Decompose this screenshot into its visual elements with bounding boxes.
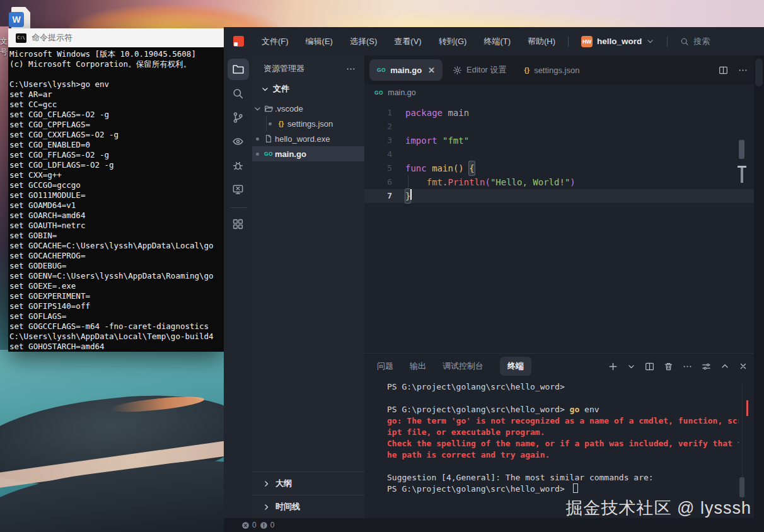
menu-帮助[interactable]: 帮助(H) [528,36,555,47]
terminal-line: PS G:\project\golang\src\hello_word> go … [387,404,739,415]
split-terminal-icon[interactable] [645,362,654,371]
menu-文件[interactable]: 文件(F) [262,36,289,47]
code-line-6[interactable]: 6 fmt.Println("Hello, World!") [364,175,764,189]
desktop: W 文 号 C:\ 命令提示符 Microsoft Windows [版本 10… [0,0,764,532]
more-actions-icon[interactable] [738,66,748,75]
editor-group: GOmain.go✕Editor 设置{}settings.json GO ma… [364,55,764,518]
tab-Editor 设置[interactable]: Editor 设置 [445,59,514,81]
cmd-output-line: C:\Users\lyssh\AppData\Local\Temp\go-bui… [9,332,224,342]
menu-转到[interactable]: 转到(G) [439,36,467,47]
more-actions-icon[interactable] [683,362,692,371]
panel-tab-终端[interactable]: 终端 [500,357,531,376]
breadcrumb[interactable]: GO main.go [364,84,764,101]
code-line-5[interactable]: 5func main() { [364,161,764,175]
code-token: Println [448,175,485,189]
code-line-4[interactable]: 4 [364,147,764,161]
project-picker[interactable]: HW hello_word [581,36,654,47]
extensions-grid-icon [232,218,244,230]
cmd-window-title: 命令提示符 [32,32,72,43]
activity-remote-window[interactable] [228,178,249,200]
sidebar-bottom-sections: 大纲时间线 [252,471,364,518]
more-actions-icon[interactable] [346,64,356,74]
activity-search[interactable] [228,83,249,104]
code-line-3[interactable]: 3import "fmt" [364,134,764,147]
vscode-app-icon [233,36,244,47]
panel-tab-调试控制台[interactable]: 调试控制台 [443,361,483,372]
tree-item-.vscode[interactable]: .vscode [252,101,364,116]
tree-item-label: .vscode [275,104,303,113]
activity-run-view[interactable] [228,130,249,152]
new-terminal-icon[interactable] [608,362,618,371]
code-token [464,161,469,175]
terminal-tabs-view-icon[interactable] [702,362,711,371]
cmd-output-line: set CGO_CFLAGS=-O2 -g [9,110,224,120]
menu-终端[interactable]: 终端(T) [483,36,511,47]
close-tab-icon[interactable]: ✕ [428,66,435,75]
tab-main.go[interactable]: GOmain.go✕ [369,59,443,81]
tree-item-main.go[interactable]: GOmain.go [252,146,364,161]
code-token: { [469,161,474,175]
cmd-output-line: set GOBIN= [9,231,224,241]
warning-circle-icon [260,521,268,529]
terminal-line: ipt file, or executable program. [387,427,739,438]
cmd-output-line: set GOENV=C:\Users\lyssh\AppData\Roaming… [9,271,224,281]
folder-open-icon [262,104,275,113]
code-token: . [443,175,448,189]
chevron-down-icon [252,105,262,113]
tree-item-settings.json[interactable]: {}settings.json [252,116,364,131]
command-prompt-titlebar[interactable]: C:\ 命令提示符 [8,28,224,47]
explorer-icon [232,63,245,76]
terminal-error-overview-mark [746,400,748,416]
project-name: hello_word [597,37,642,46]
code-editor[interactable]: 1package main23import "fmt"45func main()… [364,101,764,353]
files-section-header[interactable]: 文件 [252,79,364,98]
sidebar-section-大纲[interactable]: 大纲 [252,471,364,495]
chevron-down-icon [646,37,654,45]
sidebar-section-时间线[interactable]: 时间线 [252,495,364,518]
kill-terminal-icon[interactable] [664,362,673,371]
tab-settings.json[interactable]: {}settings.json [517,59,587,81]
terminal-text: PS G:\project\golang\src\hello_word> [387,382,565,391]
activity-extensions-grid[interactable] [228,213,249,234]
terminal-scrollbar-thumb[interactable] [739,477,744,497]
cmd-output[interactable]: Microsoft Windows [版本 10.0.19045.5608](c… [8,47,224,352]
activity-explorer[interactable] [228,59,249,80]
panel-tab-输出[interactable]: 输出 [410,361,426,372]
go-file-icon: GO [374,90,383,96]
maximize-panel-icon[interactable] [721,362,729,371]
menu-编辑[interactable]: 编辑(E) [306,36,333,47]
vscode-titlebar[interactable]: 文件(F)编辑(E)选择(S)查看(V)转到(G)终端(T)帮助(H) HW h… [224,27,764,55]
sidebar-title: 资源管理器 [263,63,304,74]
cmd-output-line: set CGO_ENABLED=0 [9,140,224,150]
files-section-label: 文件 [273,83,289,95]
activity-debug[interactable] [228,154,249,176]
vscode-window: 文件(F)编辑(E)选择(S)查看(V)转到(G)终端(T)帮助(H) HW h… [224,27,764,532]
terminal-text: go: The term 'go' is not recognized as a… [387,416,739,425]
code-line-2[interactable]: 2 [364,120,764,134]
chevron-down-icon [261,85,269,93]
code-token: ) [570,175,575,189]
modified-dot [252,137,262,141]
problems-warnings-indicator[interactable]: 0 [260,521,275,529]
close-panel-icon[interactable] [739,362,748,371]
panel-tab-问题[interactable]: 问题 [377,361,393,372]
problems-errors-indicator[interactable]: 0 [241,521,257,529]
code-token [427,161,432,175]
activity-source-control[interactable] [228,107,249,128]
global-search-box[interactable]: 搜索 [680,36,710,47]
code-line-1[interactable]: 1package main [364,106,764,120]
terminal-profile-dropdown-icon[interactable] [627,362,635,371]
tree-item-hello_word.exe[interactable]: hello_word.exe [252,131,364,146]
split-editor-icon[interactable] [719,66,728,75]
terminal[interactable]: PS G:\project\golang\src\hello_word>PS G… [364,379,764,495]
cmd-output-line: C:\Users\lyssh>go env [9,79,224,90]
cmd-output-line: set GCCGO=gccgo [9,180,224,190]
right-scrollbar-handle[interactable] [755,59,763,86]
menu-选择[interactable]: 选择(S) [350,36,377,47]
line-number: 3 [364,134,392,147]
cmd-output-line: set GOFLAGS= [9,311,224,321]
cmd-output-line: set GOHOSTARCH=amd64 [9,342,224,352]
code-line-7[interactable]: 7} [364,189,764,203]
remote-window-icon [232,183,244,195]
menu-查看[interactable]: 查看(V) [394,36,421,47]
